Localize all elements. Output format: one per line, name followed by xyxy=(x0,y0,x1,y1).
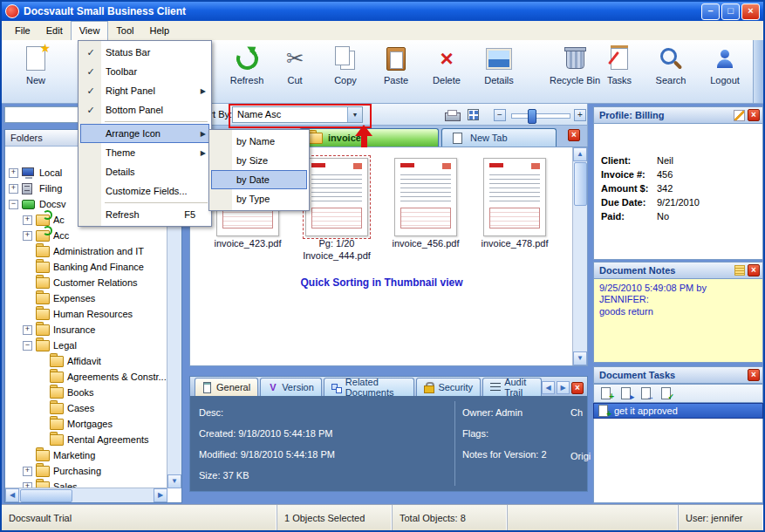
notes-icon[interactable] xyxy=(734,265,745,276)
tree-item-customer-relations[interactable]: Customer Relations xyxy=(5,275,167,290)
tree-item-rental-agreements[interactable]: Rental Agreements xyxy=(5,432,167,447)
document-tab-new-tab[interactable]: New Tab xyxy=(441,128,557,147)
arrange-menu-item-by-date[interactable]: by Date xyxy=(211,170,307,189)
bottom-tab-security[interactable]: Security xyxy=(416,378,481,396)
tasks-button[interactable]: Tasks xyxy=(597,44,642,99)
tree-item-legal[interactable]: −Legal xyxy=(5,338,167,353)
close-tasks-panel-button[interactable]: × xyxy=(748,369,760,381)
minimize-button[interactable]: – xyxy=(701,3,720,20)
close-document-tab-button[interactable]: × xyxy=(568,129,580,141)
maximize-button[interactable]: □ xyxy=(721,3,740,20)
tree-item-banking-and-finance[interactable]: Banking And Finance xyxy=(5,259,167,275)
tab-scroll-right-icon[interactable]: ▶ xyxy=(557,381,570,394)
tree-item-mortgages[interactable]: Mortgages xyxy=(5,416,167,432)
thumbnail-invoice-456-pdf[interactable]: invoice_456.pdf xyxy=(389,158,462,249)
thumbnail-view-icon[interactable] xyxy=(468,109,479,120)
expand-icon[interactable]: + xyxy=(23,325,32,335)
print-icon[interactable] xyxy=(445,110,460,121)
tree-item-administration-and-it[interactable]: Administration and IT xyxy=(5,243,167,259)
bottom-tab-related-documents[interactable]: Related Documents xyxy=(324,378,415,396)
tree-item-insurance[interactable]: +Insurance xyxy=(5,322,167,338)
expand-icon[interactable]: + xyxy=(23,231,32,241)
expand-icon[interactable]: + xyxy=(23,467,32,476)
task-item[interactable]: get it approved xyxy=(593,403,763,419)
view-menu-item-status-bar[interactable]: ✓Status Bar xyxy=(80,43,209,62)
close-notes-panel-button[interactable]: × xyxy=(748,264,760,276)
menubar-item-help[interactable]: Help xyxy=(142,21,178,40)
view-menu-item-right-panel[interactable]: ✓Right Panel▶ xyxy=(80,81,209,100)
tree-item-cases[interactable]: Cases xyxy=(5,400,167,416)
zoom-in-button[interactable]: + xyxy=(574,109,586,121)
scroll-left-icon[interactable]: ◀ xyxy=(5,488,19,502)
scroll-up-icon[interactable]: ▲ xyxy=(573,147,587,161)
view-menu-item-theme[interactable]: Theme▶ xyxy=(80,143,209,162)
titlebar[interactable]: Docsvault Small Business Client – □ × xyxy=(2,2,763,21)
logout-button[interactable]: Logout xyxy=(698,44,752,99)
view-menu-item-bottom-panel[interactable]: ✓Bottom Panel xyxy=(80,100,209,119)
thumbnail-invoice-478-pdf[interactable]: invoice_478.pdf xyxy=(478,158,551,249)
zoom-out-button[interactable]: − xyxy=(494,109,506,121)
bottom-tab-audit-trail[interactable]: Audit Trail xyxy=(482,378,542,396)
scroll-right-icon[interactable]: ▶ xyxy=(154,488,167,502)
tree-item-books[interactable]: Books xyxy=(5,385,167,400)
new-task-icon[interactable] xyxy=(600,387,612,399)
edit-profile-icon[interactable] xyxy=(734,110,745,121)
delete-button[interactable]: ×Delete xyxy=(422,44,471,99)
menubar-item-edit[interactable]: Edit xyxy=(38,21,71,40)
menubar-item-file[interactable]: File xyxy=(7,21,38,40)
file-name: invoice_456.pdf xyxy=(392,238,459,249)
expand-icon[interactable]: + xyxy=(23,215,32,225)
dropdown-arrow-icon[interactable]: ▼ xyxy=(347,107,362,122)
expand-icon[interactable]: + xyxy=(9,168,18,178)
arrange-menu-item-by-name[interactable]: by Name xyxy=(211,132,307,151)
thumbnail-invoice-444-pdf[interactable]: Pg: 1/20Invoice_444.pdf xyxy=(300,158,373,261)
view-menu-item-details[interactable]: Details xyxy=(80,162,209,181)
tree-item-purchasing[interactable]: +Purchasing xyxy=(5,463,167,479)
scroll-down-icon[interactable]: ▼ xyxy=(573,351,587,365)
menubar-item-view[interactable]: View xyxy=(71,21,109,40)
scrollbar-thumb[interactable] xyxy=(20,489,72,502)
new-button[interactable]: New xyxy=(10,44,61,99)
bottom-tab-version[interactable]: Version xyxy=(260,378,322,396)
complete-task-icon[interactable] xyxy=(660,387,673,399)
tasks-panel-body xyxy=(593,419,763,503)
tab-scroll-left-icon[interactable]: ◀ xyxy=(542,381,555,394)
close-window-button[interactable]: × xyxy=(741,3,760,20)
scroll-down-icon[interactable]: ▼ xyxy=(167,474,181,488)
tree-horizontal-scrollbar[interactable]: ◀ ▶ xyxy=(5,488,167,502)
tree-item-acc[interactable]: +Acc xyxy=(5,228,167,243)
zoom-slider-handle[interactable] xyxy=(528,109,536,124)
collapse-icon[interactable]: − xyxy=(9,200,18,209)
tree-item-affidavit[interactable]: Affidavit xyxy=(5,353,167,369)
search-button[interactable]: Search xyxy=(645,44,696,99)
menubar-item-tool[interactable]: Tool xyxy=(108,21,141,40)
cut-button[interactable]: ✂Cut xyxy=(274,44,316,99)
tree-item-human-resources[interactable]: Human Resources xyxy=(5,306,167,322)
close-profile-panel-button[interactable]: × xyxy=(748,109,760,121)
bottom-tab-general[interactable]: General xyxy=(195,378,258,396)
scrollbar-thumb[interactable] xyxy=(574,162,587,206)
view-menu-item-refresh[interactable]: RefreshF5 xyxy=(80,205,209,224)
document-view-scrollbar[interactable]: ▲ ▼ xyxy=(572,147,587,365)
sort-by-dropdown[interactable]: Name Asc ▼ xyxy=(232,106,363,123)
view-menu-item-toolbar[interactable]: ✓Toolbar xyxy=(80,62,209,81)
copy-button[interactable]: Copy xyxy=(321,44,370,99)
arrange-menu-item-by-size[interactable]: by Size xyxy=(211,151,307,170)
tree-item-expenses[interactable]: Expenses xyxy=(5,290,167,306)
view-menu-item-customize-fields[interactable]: Customize Fields... xyxy=(80,181,209,201)
paste-button[interactable]: Paste xyxy=(372,44,420,99)
logout-icon xyxy=(709,44,741,72)
forward-task-icon[interactable] xyxy=(640,387,652,399)
expand-icon[interactable]: + xyxy=(9,184,18,194)
tree-item-agreements-constr[interactable]: Agreements & Constr... xyxy=(5,369,167,385)
collapse-icon[interactable]: − xyxy=(23,341,32,351)
tree-item-marketing[interactable]: Marketing xyxy=(5,447,167,463)
arrange-menu-item-by-type[interactable]: by Type xyxy=(211,189,307,208)
open-task-icon[interactable] xyxy=(620,387,632,399)
zoom-slider[interactable] xyxy=(511,113,570,119)
toolbar-overflow-chevron[interactable] xyxy=(753,40,763,103)
view-menu-item-arrange-icon[interactable]: Arrange Icon▶ xyxy=(80,124,209,143)
refresh-button[interactable]: Refresh xyxy=(222,44,272,99)
details-button[interactable]: Details xyxy=(473,44,525,99)
close-properties-panel-button[interactable]: × xyxy=(571,382,584,394)
